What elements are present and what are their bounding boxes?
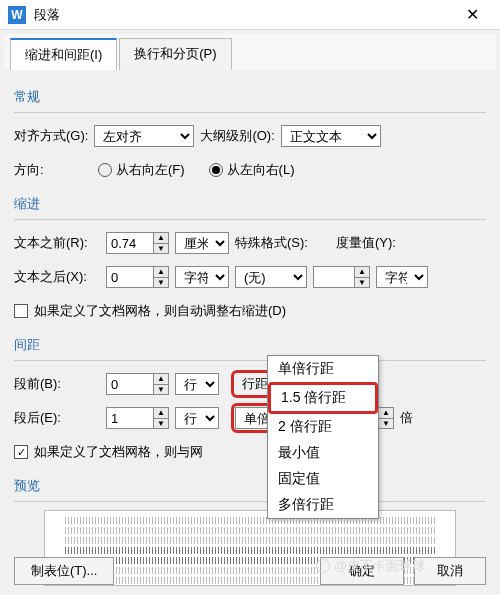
setting-unit: 倍 xyxy=(400,409,413,427)
chevron-down-icon[interactable]: ▼ xyxy=(154,419,168,429)
section-general: 常规 xyxy=(14,88,486,106)
chevron-up-icon[interactable]: ▲ xyxy=(154,267,168,278)
measure-spinner[interactable]: ▲▼ xyxy=(313,266,370,288)
autogrid-label: 如果定义了文档网格，则自动调整右缩进(D) xyxy=(34,302,286,320)
space-after-spinner[interactable]: ▲▼ xyxy=(106,407,169,429)
align-select[interactable]: 左对齐 xyxy=(94,125,194,147)
direction-rtl[interactable]: 从右向左(F) xyxy=(98,161,185,179)
space-before-input[interactable] xyxy=(107,374,153,394)
tab-bar: 缩进和间距(I) 换行和分页(P) xyxy=(4,34,496,70)
space-before-spinner[interactable]: ▲▼ xyxy=(106,373,169,395)
snapgrid-label: 如果定义了文档网格，则与网 xyxy=(34,443,203,461)
tab-pagination[interactable]: 换行和分页(P) xyxy=(119,38,231,70)
text-before-input[interactable] xyxy=(107,233,153,253)
chevron-up-icon[interactable]: ▲ xyxy=(355,267,369,278)
special-label: 特殊格式(S): xyxy=(235,234,308,252)
close-icon[interactable]: ✕ xyxy=(452,5,492,24)
window-title: 段落 xyxy=(34,6,452,24)
measure-label: 度量值(Y): xyxy=(336,234,396,252)
outline-select[interactable]: 正文文本 xyxy=(281,125,381,147)
checkbox-icon: ✓ xyxy=(14,445,28,459)
text-before-spinner[interactable]: ▲▼ xyxy=(106,232,169,254)
tab-indent-spacing[interactable]: 缩进和间距(I) xyxy=(10,38,117,70)
autogrid-checkbox[interactable]: 如果定义了文档网格，则自动调整右缩进(D) xyxy=(14,302,286,320)
space-after-input[interactable] xyxy=(107,408,153,428)
text-after-input[interactable] xyxy=(107,267,153,287)
divider xyxy=(14,219,486,220)
chevron-up-icon[interactable]: ▲ xyxy=(379,408,393,419)
text-after-spinner[interactable]: ▲▼ xyxy=(106,266,169,288)
line-spacing-option-1-5[interactable]: 1.5 倍行距 xyxy=(268,382,378,414)
tabstops-button[interactable]: 制表位(T)... xyxy=(14,557,114,585)
chevron-down-icon[interactable]: ▼ xyxy=(379,419,393,429)
rtl-label: 从右向左(F) xyxy=(116,161,185,179)
chevron-down-icon[interactable]: ▼ xyxy=(154,244,168,254)
radio-icon xyxy=(209,163,223,177)
text-before-label: 文本之前(R): xyxy=(14,234,100,252)
line-spacing-option[interactable]: 单倍行距 xyxy=(268,356,378,382)
titlebar: W 段落 ✕ xyxy=(0,0,500,30)
space-before-unit[interactable]: 行 xyxy=(175,373,219,395)
chevron-up-icon[interactable]: ▲ xyxy=(154,374,168,385)
outline-label: 大纲级别(O): xyxy=(200,127,274,145)
ltr-label: 从左向右(L) xyxy=(227,161,295,179)
checkbox-icon xyxy=(14,304,28,318)
text-after-label: 文本之后(X): xyxy=(14,268,100,286)
divider xyxy=(14,501,486,502)
measure-input[interactable] xyxy=(314,267,354,287)
line-spacing-option[interactable]: 最小值 xyxy=(268,440,378,466)
line-spacing-option[interactable]: 2 倍行距 xyxy=(268,414,378,440)
chevron-up-icon[interactable]: ▲ xyxy=(154,233,168,244)
cancel-button[interactable]: 取消 xyxy=(414,557,486,585)
section-indent: 缩进 xyxy=(14,195,486,213)
chevron-down-icon[interactable]: ▼ xyxy=(154,385,168,395)
space-after-label: 段后(E): xyxy=(14,409,100,427)
align-label: 对齐方式(G): xyxy=(14,127,88,145)
space-after-unit[interactable]: 行 xyxy=(175,407,219,429)
text-after-unit[interactable]: 字符 xyxy=(175,266,229,288)
line-spacing-option[interactable]: 固定值 xyxy=(268,466,378,492)
divider xyxy=(14,112,486,113)
button-row: 制表位(T)... 确定 取消 xyxy=(0,557,500,585)
section-spacing: 间距 xyxy=(14,336,486,354)
app-icon: W xyxy=(8,6,26,24)
divider xyxy=(14,360,486,361)
space-before-label: 段前(B): xyxy=(14,375,100,393)
line-spacing-dropdown[interactable]: 单倍行距 1.5 倍行距 2 倍行距 最小值 固定值 多倍行距 xyxy=(267,355,379,519)
chevron-down-icon[interactable]: ▼ xyxy=(355,278,369,288)
chevron-down-icon[interactable]: ▼ xyxy=(154,278,168,288)
section-preview: 预览 xyxy=(14,477,486,495)
direction-ltr[interactable]: 从左向右(L) xyxy=(209,161,295,179)
snapgrid-checkbox[interactable]: ✓ 如果定义了文档网格，则与网 xyxy=(14,443,203,461)
special-select[interactable]: (无) xyxy=(235,266,307,288)
ok-button[interactable]: 确定 xyxy=(320,557,404,585)
line-spacing-option[interactable]: 多倍行距 xyxy=(268,492,378,518)
radio-icon xyxy=(98,163,112,177)
measure-unit[interactable]: 字符 xyxy=(376,266,428,288)
direction-label: 方向: xyxy=(14,161,92,179)
chevron-up-icon[interactable]: ▲ xyxy=(154,408,168,419)
text-before-unit[interactable]: 厘米 xyxy=(175,232,229,254)
